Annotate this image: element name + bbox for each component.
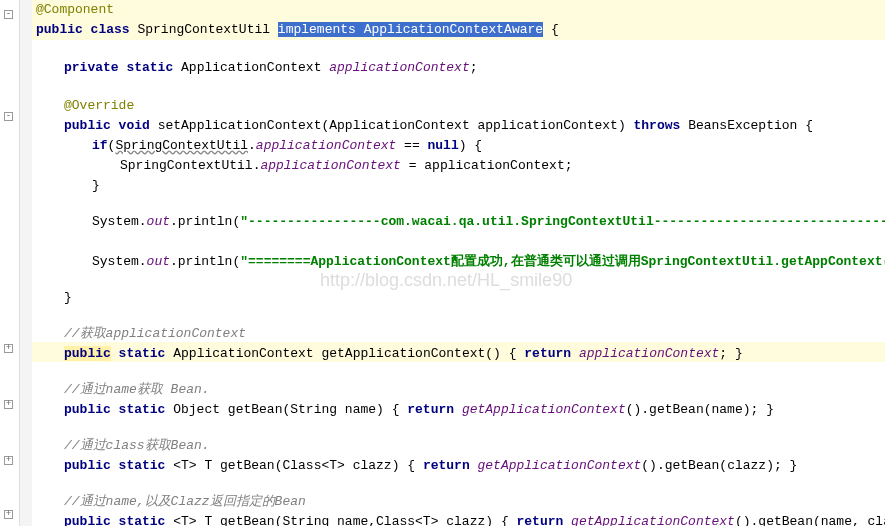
field: applicationContext bbox=[256, 138, 396, 153]
class-ref: SpringContextUtil bbox=[115, 138, 248, 153]
params: (String name,Class<T> clazz) { bbox=[275, 514, 517, 526]
punct: ().getBean(name); } bbox=[626, 402, 774, 417]
punct: ; } bbox=[719, 346, 742, 361]
fold-marker[interactable]: - bbox=[4, 112, 13, 121]
keyword: return bbox=[423, 458, 478, 473]
params: (ApplicationContext applicationContext) bbox=[321, 118, 633, 133]
brace: } bbox=[92, 178, 100, 193]
class-name: SpringContextUtil bbox=[137, 22, 277, 37]
code-line[interactable]: @Override bbox=[32, 96, 134, 116]
code-line[interactable]: public void setApplicationContext(Applic… bbox=[32, 116, 813, 136]
method-name: getApplicationContext bbox=[321, 346, 485, 361]
code-line[interactable]: SpringContextUtil.applicationContext = a… bbox=[32, 156, 573, 176]
keyword: public static bbox=[64, 402, 173, 417]
keyword: public void bbox=[64, 118, 158, 133]
generic: <T> T bbox=[173, 514, 220, 526]
code-line[interactable]: //获取applicationContext bbox=[32, 324, 246, 344]
keyword: return bbox=[516, 514, 571, 526]
code-line[interactable]: } bbox=[32, 176, 100, 196]
type: ApplicationContext bbox=[173, 346, 321, 361]
keyword: throws bbox=[634, 118, 689, 133]
code-line[interactable]: private static ApplicationContext applic… bbox=[32, 58, 478, 78]
keyword: null bbox=[428, 138, 459, 153]
method-name: getBean bbox=[220, 458, 275, 473]
field: applicationContext bbox=[579, 346, 719, 361]
method-call: getApplicationContext bbox=[477, 458, 641, 473]
call: .println( bbox=[170, 254, 240, 269]
comment: //通过name获取 Bean. bbox=[64, 382, 210, 397]
params: (String name) { bbox=[282, 402, 407, 417]
fold-marker[interactable]: + bbox=[4, 400, 13, 409]
type: ApplicationContext bbox=[181, 60, 329, 75]
keyword: private static bbox=[64, 60, 181, 75]
comment: //通过class获取Bean. bbox=[64, 438, 210, 453]
field: out bbox=[147, 214, 170, 229]
keyword: public static bbox=[64, 514, 173, 526]
code-line[interactable]: System.out.println("-----------------com… bbox=[32, 212, 885, 232]
code-line[interactable]: public static ApplicationContext getAppl… bbox=[32, 344, 743, 364]
type: Object bbox=[173, 402, 228, 417]
params: () { bbox=[485, 346, 524, 361]
punct: ().getBean(clazz); } bbox=[641, 458, 797, 473]
brace: } bbox=[64, 290, 72, 305]
punct: ; bbox=[470, 60, 478, 75]
exception: BeansException { bbox=[688, 118, 813, 133]
editor-area[interactable]: @Component public class SpringContextUti… bbox=[32, 0, 885, 526]
code-line[interactable]: public static <T> T getBean(String name,… bbox=[32, 512, 885, 526]
method-call: getApplicationContext bbox=[462, 402, 626, 417]
assign: = applicationContext; bbox=[401, 158, 573, 173]
generic: <T> T bbox=[173, 458, 220, 473]
params: (Class<T> clazz) { bbox=[275, 458, 423, 473]
punct: ().getBean(name, clazz); } bbox=[735, 514, 885, 526]
call: .println( bbox=[170, 214, 240, 229]
fold-marker[interactable]: + bbox=[4, 456, 13, 465]
punct: . bbox=[248, 138, 256, 153]
code-line[interactable]: System.out.println("========ApplicationC… bbox=[32, 252, 885, 272]
brace: { bbox=[543, 22, 559, 37]
qualifier: System. bbox=[92, 254, 147, 269]
string-literal: "========ApplicationContext配置成功,在普通类可以通过… bbox=[240, 254, 885, 269]
code-line[interactable]: @Component bbox=[32, 0, 114, 20]
code-line[interactable]: } bbox=[32, 288, 72, 308]
keyword: return bbox=[407, 402, 462, 417]
method-name: getBean bbox=[228, 402, 283, 417]
punct: ) { bbox=[459, 138, 482, 153]
keyword: public static bbox=[64, 458, 173, 473]
comment: //通过name,以及Clazz返回指定的Bean bbox=[64, 494, 306, 509]
comment: //获取applicationContext bbox=[64, 326, 246, 341]
code-line[interactable]: //通过class获取Bean. bbox=[32, 436, 210, 456]
code-line[interactable]: public static Object getBean(String name… bbox=[32, 400, 774, 420]
gutter: - - + + + + bbox=[0, 0, 20, 526]
code-line[interactable]: public class SpringContextUtil implement… bbox=[32, 20, 559, 40]
code-line[interactable]: //通过name获取 Bean. bbox=[32, 380, 210, 400]
code-line[interactable]: public static <T> T getBean(Class<T> cla… bbox=[32, 456, 797, 476]
fold-marker[interactable]: + bbox=[4, 510, 13, 519]
field: applicationContext bbox=[329, 60, 469, 75]
fold-marker[interactable]: + bbox=[4, 344, 13, 353]
keyword: return bbox=[524, 346, 579, 361]
keyword: public class bbox=[36, 22, 137, 37]
annotation: @Component bbox=[36, 2, 114, 17]
method-call: getApplicationContext bbox=[571, 514, 735, 526]
field: out bbox=[147, 254, 170, 269]
code-line[interactable]: //通过name,以及Clazz返回指定的Bean bbox=[32, 492, 306, 512]
operator: == bbox=[396, 138, 427, 153]
class-ref: SpringContextUtil bbox=[120, 158, 253, 173]
selection-highlight: implements ApplicationContextAware bbox=[278, 22, 543, 37]
code-line[interactable]: if(SpringContextUtil.applicationContext … bbox=[32, 136, 482, 156]
breakpoint-column[interactable] bbox=[20, 0, 32, 526]
fold-marker[interactable]: - bbox=[4, 10, 13, 19]
field: applicationContext bbox=[260, 158, 400, 173]
keyword: if bbox=[92, 138, 108, 153]
qualifier: System. bbox=[92, 214, 147, 229]
method-name: setApplicationContext bbox=[158, 118, 322, 133]
annotation: @Override bbox=[64, 98, 134, 113]
method-name: getBean bbox=[220, 514, 275, 526]
keyword: public bbox=[64, 346, 111, 361]
keyword: static bbox=[111, 346, 173, 361]
string-literal: "-----------------com.wacai.qa.util.Spri… bbox=[240, 214, 885, 229]
